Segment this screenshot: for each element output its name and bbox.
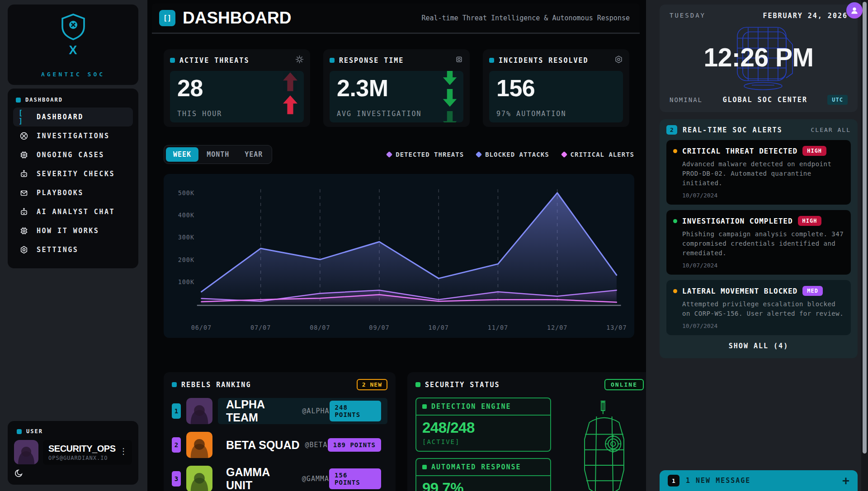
stat-card-response-time: RESPONSE TIME 2.3M AVG INVESTIGATION	[323, 49, 470, 127]
rank-badge: 3	[172, 471, 181, 486]
team-avatar	[186, 432, 212, 458]
module-value: 248/248	[422, 419, 544, 436]
new-badge: 2 NEW	[357, 379, 387, 390]
clock-card: TUESDAY FEBRUARY 24, 2026 12:26 PM	[660, 5, 858, 112]
page-title: DASHBOARD	[183, 9, 292, 28]
user-info: SECURITY_OPS OPS@GUARDIANX.IO ⋮	[43, 440, 132, 465]
logo-card: X AGENTIC SOC	[8, 5, 138, 85]
timezone-badge: UTC	[827, 95, 848, 105]
tab-week[interactable]: WEEK	[166, 147, 198, 162]
rebels-ranking-panel: REBELS RANKING 2 NEW 1 ALPHA TEAM @ALPHA…	[164, 372, 396, 491]
chart-range-tabs: WEEK MONTH YEAR	[164, 145, 272, 164]
sidebar-item-severity-checks[interactable]: SEVERITY CHECKS	[13, 164, 133, 183]
gear-icon[interactable]	[614, 55, 623, 65]
stat-panel: 28 THIS HOUR	[170, 71, 304, 122]
main-header: [] DASHBOARD Real-time Threat Intelligen…	[152, 4, 640, 34]
detection-engine-module: DETECTION ENGINE 248/248 [ACTIVE]	[415, 397, 551, 452]
user-section-text: USER	[26, 428, 43, 435]
svg-text:200K: 200K	[178, 256, 194, 263]
profile-avatar[interactable]	[846, 2, 863, 19]
svg-text:07/07: 07/07	[250, 324, 271, 331]
svg-text:11/07: 11/07	[488, 324, 508, 331]
plus-icon[interactable]: +	[842, 475, 849, 486]
page-subtitle: Real-time Threat Intelligence & Autonomo…	[421, 14, 630, 22]
stat-bullet-icon	[489, 58, 494, 63]
alert-dot-icon	[673, 149, 677, 153]
team-avatar	[186, 466, 212, 491]
alerts-count-badge: 2	[666, 125, 677, 135]
panel-title: REBELS RANKING	[181, 381, 251, 389]
tab-year[interactable]: YEAR	[237, 147, 270, 162]
clock-date: FEBRUARY 24, 2026	[763, 12, 848, 20]
alert-dot-icon	[673, 219, 677, 223]
nav-card: DASHBOARD DASHBOARD INVESTIGATIONS ONGOI…	[8, 89, 138, 268]
team-name: GAMMA UNIT	[226, 466, 297, 491]
sidebar-item-playbooks[interactable]: PLAYBOOKS	[13, 183, 133, 202]
sidebar-item-investigations[interactable]: INVESTIGATIONS	[13, 126, 133, 145]
clock-status: NOMINAL	[670, 96, 703, 103]
screen: X AGENTIC SOC DASHBOARD DASHBOARD INVEST…	[0, 0, 868, 491]
stat-value: 2.3M	[337, 75, 456, 101]
sidebar-item-how-it-works[interactable]: HOW IT WORKS	[13, 221, 133, 240]
team-handle: @BETA	[305, 441, 328, 449]
nav-section-text: DASHBOARD	[25, 97, 63, 103]
clock-time: 12:26 PM	[703, 42, 813, 72]
severity-badge: HIGH	[798, 216, 822, 226]
user-section-label: USER	[14, 426, 132, 439]
chart-controls: WEEK MONTH YEAR DETECTED THREATSBLOCKED …	[164, 145, 634, 164]
ranking-row-beta[interactable]: 2 BETA SQUAD @BETA 189 POINTS	[172, 432, 387, 458]
points-badge: 248 POINTS	[330, 401, 381, 421]
sidebar-item-ongoing-cases[interactable]: ONGOING CASES	[13, 145, 133, 164]
starburst-icon[interactable]	[295, 55, 304, 65]
kebab-menu-icon[interactable]: ⋮	[119, 446, 127, 456]
stat-title: INCIDENTS RESOLVED	[499, 56, 589, 65]
sidebar-item-label: SEVERITY CHECKS	[37, 170, 115, 178]
svg-text:400K: 400K	[178, 211, 194, 219]
module-sub: [ACTIVE]	[422, 438, 544, 445]
alert-critical-threat: CRITICAL THREAT DETECTED HIGH Advanced m…	[666, 140, 851, 205]
module-bullet-icon	[422, 404, 427, 409]
chip-icon	[19, 226, 29, 235]
scrollbar	[861, 0, 868, 491]
alert-description: Phishing campaign analysis complete. 347…	[682, 229, 844, 258]
trend-up-arrows-icon	[283, 71, 297, 122]
sidebar-item-settings[interactable]: SETTINGS	[13, 240, 133, 259]
stat-panel: 156 97% AUTOMATION	[489, 71, 623, 122]
alert-dot-icon	[673, 289, 677, 293]
alert-title: CRITICAL THREAT DETECTED	[682, 147, 797, 155]
sidebar-item-ai-analyst-chat[interactable]: AI ANALYST CHAT	[13, 202, 133, 221]
stat-bullet-icon	[330, 58, 335, 63]
clock-location: GLOBAL SOC CENTER	[722, 96, 807, 104]
sidebar: X AGENTIC SOC DASHBOARD DASHBOARD INVEST…	[0, 0, 147, 491]
svg-text:12/07: 12/07	[547, 324, 567, 331]
severity-badge: HIGH	[802, 146, 826, 156]
module-bullet-icon	[422, 465, 427, 469]
chip-icon[interactable]	[455, 55, 463, 65]
rank-badge: 1	[172, 403, 181, 419]
ranking-row-gamma[interactable]: 3 GAMMA UNIT @GAMMA 156 POINTS	[172, 466, 387, 491]
svg-text:13/07: 13/07	[606, 324, 626, 331]
svg-text:500K: 500K	[178, 189, 194, 196]
wireframe-capsule-icon	[565, 397, 644, 491]
panel-bullet-icon	[415, 382, 420, 387]
scrollbar-thumb[interactable]	[863, 2, 867, 454]
alert-date: 10/07/2024	[682, 323, 844, 329]
sidebar-item-label: INVESTIGATIONS	[37, 132, 109, 140]
user-email: OPS@GUARDIANX.IO	[48, 455, 127, 461]
stat-card-active-threats: ACTIVE THREATS 28 THIS HOUR	[164, 49, 310, 127]
person-icon	[850, 6, 859, 15]
tab-month[interactable]: MONTH	[199, 147, 236, 162]
alerts-title: REAL-TIME SOC ALERTS	[683, 126, 783, 134]
ranking-row-alpha[interactable]: 1 ALPHA TEAM @ALPHA 248 POINTS	[172, 398, 387, 424]
new-message-bar[interactable]: 1 1 NEW MESSAGE +	[660, 470, 858, 491]
clear-all-button[interactable]: CLEAR ALL	[811, 126, 851, 133]
show-all-button[interactable]: SHOW ALL (4)	[666, 335, 851, 353]
points-badge: 189 POINTS	[328, 438, 381, 452]
sidebar-item-label: AI ANALYST CHAT	[37, 208, 115, 216]
nav-section-label: DASHBOARD	[13, 95, 133, 108]
sidebar-item-dashboard[interactable]: DASHBOARD	[13, 108, 133, 126]
alert-lateral-movement: LATERAL MOVEMENT BLOCKED MED Attempted p…	[666, 280, 851, 335]
dark-mode-toggle[interactable]	[14, 468, 27, 480]
panel-title: SECURITY STATUS	[425, 381, 500, 389]
svg-text:100K: 100K	[178, 278, 194, 285]
